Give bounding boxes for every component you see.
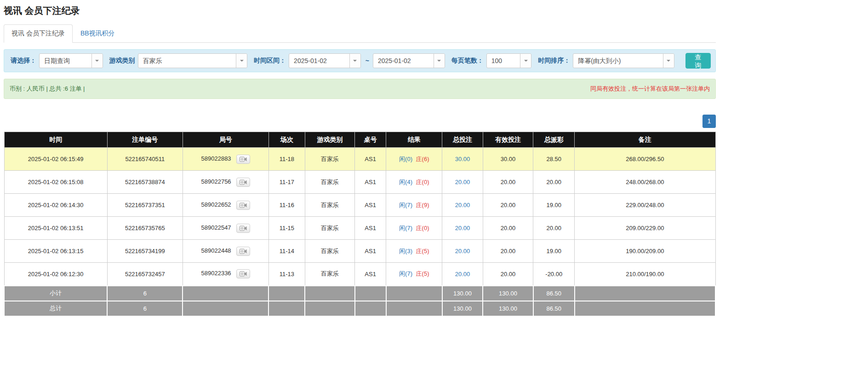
cell-session: 11-17	[268, 171, 305, 194]
round-id-text: 589022756	[201, 178, 231, 185]
total-bet-link[interactable]: 20.00	[455, 179, 470, 185]
result-banker-link[interactable]: 庄(6)	[416, 156, 429, 162]
table-row: 2025-01-02 06:14:30 522165737351 5890226…	[4, 194, 715, 217]
cell-time: 2025-01-02 06:12:30	[4, 263, 107, 286]
cell-payout: 28.50	[533, 148, 575, 171]
sort-order-value: 降幂(由大到小)	[573, 54, 662, 68]
cell-valid-bet: 30.00	[483, 148, 533, 171]
col-result: 结果	[386, 132, 442, 148]
video-camera-icon	[240, 203, 247, 208]
cell-payout: 20.00	[533, 217, 575, 240]
result-player-link[interactable]: 闲(7)	[399, 202, 412, 208]
subtotal-empty	[305, 286, 354, 301]
date-to-select[interactable]: 2025-01-02	[373, 53, 445, 68]
table-row: 2025-01-02 06:15:49 522165740511 5890228…	[4, 148, 715, 171]
col-payout: 总派彩	[533, 132, 575, 148]
subtotal-empty	[575, 286, 715, 301]
tab-betting-records[interactable]: 视讯 会员下注纪录	[4, 24, 73, 43]
game-type-select[interactable]: 百家乐	[138, 53, 248, 68]
video-replay-button[interactable]	[236, 178, 250, 187]
total-bet-link[interactable]: 20.00	[455, 202, 470, 208]
result-banker-link[interactable]: 庄(5)	[416, 248, 429, 255]
search-button[interactable]: 查询	[685, 53, 711, 69]
total-empty	[355, 301, 386, 316]
cell-result: 闲(7) 庄(5)	[386, 263, 442, 286]
subtotal-label: 小计	[4, 286, 107, 301]
cell-payout: 19.00	[533, 240, 575, 263]
col-session: 场次	[268, 132, 305, 148]
total-total-bet: 130.00	[442, 301, 483, 316]
total-row: 总计 6 130.00 130.00 86.50	[4, 301, 715, 316]
col-round-id: 局号	[183, 132, 268, 148]
result-banker-link[interactable]: 庄(9)	[416, 202, 429, 208]
cell-time: 2025-01-02 06:13:15	[4, 240, 107, 263]
game-type-value: 百家乐	[138, 54, 236, 68]
total-empty	[183, 301, 268, 316]
cell-round-id: 589022448	[183, 240, 268, 263]
video-replay-button[interactable]	[236, 201, 250, 210]
page-size-select[interactable]: 100	[486, 53, 531, 68]
page-button-1[interactable]: 1	[702, 115, 716, 128]
video-replay-button[interactable]	[236, 155, 250, 164]
cell-valid-bet: 20.00	[483, 263, 533, 286]
total-bet-link[interactable]: 20.00	[455, 225, 470, 232]
date-from-select[interactable]: 2025-01-02	[289, 53, 361, 68]
tab-bar: 视讯 会员下注纪录 BB视讯积分	[4, 24, 716, 43]
query-type-label: 请选择：	[11, 57, 36, 65]
col-total-bet: 总投注	[442, 132, 483, 148]
summary-bar: 币别 : 人民币 | 总共 :6 注单 | 同局有效投注，统一计算在该局第一张注…	[4, 79, 716, 99]
cell-game-type: 百家乐	[305, 263, 354, 286]
total-payout: 86.50	[533, 301, 575, 316]
date-range-separator: ~	[365, 57, 369, 64]
result-banker-link[interactable]: 庄(0)	[416, 179, 429, 185]
round-id-text: 589022547	[201, 224, 231, 231]
cell-game-type: 百家乐	[305, 171, 354, 194]
result-player-link[interactable]: 闲(4)	[399, 179, 412, 185]
result-player-link[interactable]: 闲(0)	[399, 156, 412, 162]
tab-bb-video-points[interactable]: BB视讯积分	[73, 24, 123, 43]
cell-result: 闲(7) 庄(9)	[386, 194, 442, 217]
cell-total-bet: 20.00	[442, 171, 483, 194]
col-game-type: 游戏类别	[305, 132, 354, 148]
col-bet-id: 注单编号	[107, 132, 183, 148]
video-camera-icon	[240, 249, 247, 254]
subtotal-count: 6	[107, 286, 183, 301]
col-time: 时间	[4, 132, 107, 148]
query-type-select[interactable]: 日期查询	[39, 53, 103, 68]
notice-text: 同局有效投注，统一计算在该局第一张注单内	[590, 85, 710, 93]
subtotal-payout: 86.50	[533, 286, 575, 301]
cell-remark: 209.00/229.00	[575, 217, 715, 240]
betting-records-table: 时间 注单编号 局号 场次 游戏类别 桌号 结果 总投注 有效投注 总派彩 备注…	[4, 132, 716, 317]
page-size-label: 每页笔数：	[451, 57, 484, 65]
page-title: 视讯 会员下注纪录	[4, 5, 716, 17]
cell-round-id: 589022883	[183, 148, 268, 171]
round-id-text: 589022652	[201, 201, 231, 208]
total-bet-link[interactable]: 30.00	[455, 156, 470, 162]
result-player-link[interactable]: 闲(3)	[399, 248, 412, 255]
total-count: 6	[107, 301, 183, 316]
result-player-link[interactable]: 闲(7)	[399, 270, 412, 277]
cell-remark: 210.00/190.00	[575, 263, 715, 286]
cell-table-no: AS1	[355, 194, 386, 217]
total-empty	[386, 301, 442, 316]
cell-table-no: AS1	[355, 171, 386, 194]
cell-valid-bet: 20.00	[483, 217, 533, 240]
cell-game-type: 百家乐	[305, 148, 354, 171]
cell-result: 闲(4) 庄(0)	[386, 171, 442, 194]
sort-order-select[interactable]: 降幂(由大到小)	[573, 53, 674, 68]
video-replay-button[interactable]	[236, 247, 250, 256]
cell-round-id: 589022336	[183, 263, 268, 286]
total-bet-link[interactable]: 20.00	[455, 248, 470, 255]
result-player-link[interactable]: 闲(7)	[399, 225, 412, 232]
subtotal-valid-bet: 130.00	[483, 286, 533, 301]
cell-table-no: AS1	[355, 240, 386, 263]
cell-total-bet: 20.00	[442, 263, 483, 286]
cell-bet-id: 522165737351	[107, 194, 183, 217]
total-bet-link[interactable]: 20.00	[455, 271, 470, 278]
result-banker-link[interactable]: 庄(0)	[416, 225, 429, 232]
cell-round-id: 589022547	[183, 217, 268, 240]
video-replay-button[interactable]	[236, 269, 250, 278]
video-replay-button[interactable]	[236, 224, 250, 233]
result-banker-link[interactable]: 庄(5)	[416, 270, 429, 277]
subtotal-empty	[355, 286, 386, 301]
